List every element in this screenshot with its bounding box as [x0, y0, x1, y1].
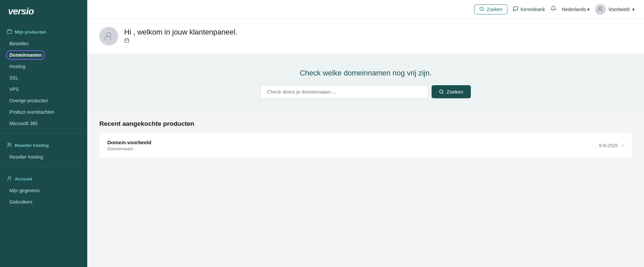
domain-search-button[interactable]: Zoeken: [432, 85, 470, 98]
sidebar-item-ssl[interactable]: SSL: [0, 72, 87, 84]
welcome-text-block: Hi , welkom in jouw klantenpaneel.: [124, 28, 238, 45]
sidebar-item-domeinnamen[interactable]: Domeinnamen: [0, 49, 87, 61]
domain-search-section: Check welke domeinnamen nog vrij zijn. Z…: [87, 54, 644, 111]
topbar-language-label: Nederlands: [562, 7, 586, 12]
topbar-search-button[interactable]: Zoeken: [474, 4, 507, 14]
users-icon: [7, 142, 12, 149]
search-icon: [479, 6, 484, 12]
topbar-user-menu[interactable]: Voorbeeld ▾: [595, 4, 635, 15]
sidebar-section-title-mijn-producten: Mijn producten: [0, 26, 87, 38]
content-area: Hi , welkom in jouw klantenpaneel. Check…: [87, 19, 644, 267]
product-type: Domeinnaam: [107, 146, 151, 151]
sidebar-item-product-overdrachten[interactable]: Product overdrachten: [0, 106, 87, 118]
sidebar-item-mijn-gegevens[interactable]: Mijn gegevens: [0, 185, 87, 196]
topbar-kennisbank-label: Kennisbank: [521, 7, 545, 12]
topbar-bell-button[interactable]: [550, 5, 556, 13]
product-right: 6-6-2025 ›: [599, 142, 624, 149]
sidebar: versio Mijn producten Bestellen Domeinna…: [0, 0, 87, 267]
domain-search-row: Zoeken: [99, 85, 632, 99]
sidebar-item-overige-producten[interactable]: Overige producten: [0, 95, 87, 106]
chevron-down-icon: ▾: [587, 7, 590, 12]
sidebar-item-microsoft-365[interactable]: Microsoft 365: [0, 118, 87, 129]
topbar-kennisbank[interactable]: Kennisbank: [513, 6, 545, 13]
svg-point-1: [8, 143, 9, 145]
sidebar-divider-1: [0, 133, 87, 134]
welcome-title: Hi , welkom in jouw klantenpaneel.: [124, 28, 238, 37]
sidebar-section-mijn-producten: Mijn producten Bestellen Domeinnamen Hos…: [0, 23, 87, 130]
sidebar-item-reseller-hosting[interactable]: Reseller hosting: [0, 151, 87, 163]
domain-search-input[interactable]: [260, 85, 428, 99]
reseller-label: Reseller hosting: [15, 143, 49, 148]
welcome-greeting: Hi: [124, 28, 131, 36]
svg-point-2: [10, 143, 11, 145]
sidebar-section-account: Account Mijn gegevens Gebruikers: [0, 170, 87, 209]
mijn-producten-label: Mijn producten: [15, 30, 46, 35]
main-content: Zoeken Kennisbank Nederlands ▾: [87, 0, 644, 267]
sidebar-item-vps[interactable]: VPS: [0, 84, 87, 95]
sidebar-section-reseller-hosting: Reseller hosting Reseller hosting: [0, 136, 87, 164]
welcome-message: , welkom in jouw klantenpaneel.: [133, 28, 238, 36]
box-icon: [7, 29, 12, 35]
sidebar-section-title-reseller: Reseller hosting: [0, 140, 87, 151]
welcome-icon: [124, 38, 238, 45]
svg-point-9: [440, 90, 443, 93]
topbar-search-label: Zoeken: [487, 7, 502, 12]
product-date: 6-6-2025: [599, 143, 618, 148]
recent-products-section: Recent aangekochte producten Domein.voor…: [87, 111, 644, 167]
svg-line-5: [483, 10, 484, 11]
chevron-down-icon-user: ▾: [632, 7, 635, 12]
topbar-language-selector[interactable]: Nederlands ▾: [562, 7, 590, 12]
sidebar-section-title-account: Account: [0, 173, 87, 185]
recent-products-title: Recent aangekochte producten: [99, 120, 632, 127]
svg-line-10: [443, 93, 444, 94]
sidebar-divider-2: [0, 167, 87, 167]
svg-rect-8: [125, 39, 129, 43]
welcome-banner: Hi , welkom in jouw klantenpaneel.: [87, 19, 644, 54]
logo: versio: [0, 0, 87, 23]
svg-rect-0: [7, 31, 11, 34]
account-label: Account: [15, 176, 32, 181]
product-name: Domein.voorbeeld: [107, 140, 151, 145]
avatar: [595, 4, 606, 15]
domain-search-title: Check welke domeinnamen nog vrij zijn.: [99, 69, 632, 77]
svg-point-4: [480, 7, 483, 10]
chat-icon: [513, 6, 518, 13]
user-icon: [7, 176, 12, 182]
avatar-large: [99, 27, 118, 46]
product-card[interactable]: Domein.voorbeeld Domeinnaam 6-6-2025 ›: [99, 133, 632, 158]
topbar-username: Voorbeeld: [608, 7, 630, 12]
sidebar-item-gebruikers[interactable]: Gebruikers: [0, 196, 87, 208]
domeinnamen-ring: Domeinnamen: [9, 52, 42, 58]
sidebar-item-bestellen[interactable]: Bestellen: [0, 38, 87, 49]
topbar: Zoeken Kennisbank Nederlands ▾: [87, 0, 644, 19]
logo-text: versio: [8, 6, 34, 16]
domain-search-button-label: Zoeken: [446, 89, 463, 95]
chevron-right-icon: ›: [622, 142, 624, 149]
search-icon-btn: [439, 89, 444, 94]
sidebar-item-hosting[interactable]: Hosting: [0, 61, 87, 72]
product-info: Domein.voorbeeld Domeinnaam: [107, 140, 151, 151]
